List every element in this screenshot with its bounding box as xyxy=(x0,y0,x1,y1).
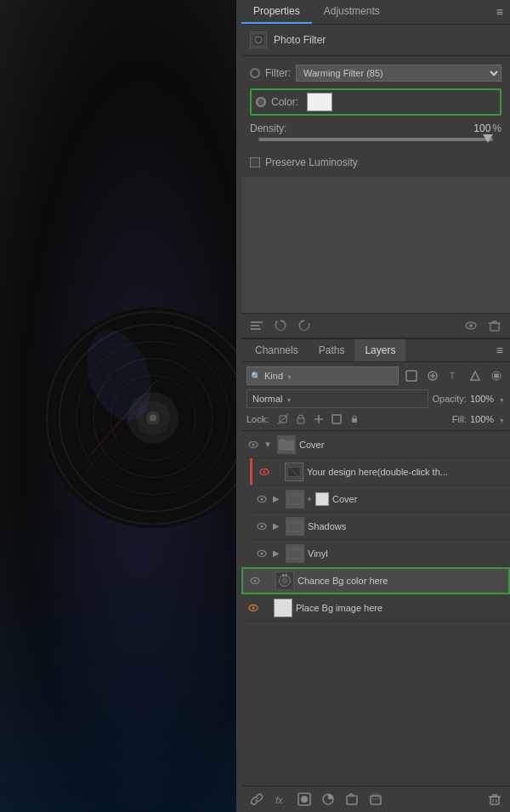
layer-row-design[interactable]: Your design here(double-click th... xyxy=(250,458,510,485)
expand-cover-group[interactable]: ▼ xyxy=(262,439,274,451)
color-swatch[interactable] xyxy=(307,93,332,111)
density-slider-track[interactable] xyxy=(258,138,493,141)
vinyl-thumb xyxy=(286,544,304,563)
layer-adjust-icon[interactable] xyxy=(424,367,441,384)
delete-layer-icon[interactable] xyxy=(486,791,503,808)
svg-rect-22 xyxy=(251,325,259,327)
svg-point-14 xyxy=(150,414,156,421)
bg-image-thumb-wrapper xyxy=(274,599,292,617)
eye-bg-color[interactable] xyxy=(246,572,264,589)
lock-position-icon[interactable] xyxy=(312,412,326,426)
properties-toolbar xyxy=(241,313,510,338)
fx-icon[interactable]: fx xyxy=(272,791,289,808)
svg-point-61 xyxy=(301,796,308,803)
eye-shadows[interactable] xyxy=(253,518,270,535)
layers-list: ▼ Cover Your design here(do xyxy=(241,431,510,786)
color-label: Color: xyxy=(271,96,298,108)
fill-value[interactable]: 100% xyxy=(470,414,494,424)
color-radio[interactable] xyxy=(256,97,266,107)
kind-search-icon: 🔍 xyxy=(251,372,261,381)
properties-tabs: Properties Adjustments ≡ xyxy=(241,0,510,25)
bg-color-thumb-wrapper xyxy=(275,571,294,590)
eye-vinyl[interactable] xyxy=(253,545,270,562)
layer-row-bg-color[interactable]: Chance Bg color here xyxy=(241,567,510,594)
filter-label: Filter: xyxy=(265,67,291,79)
blend-mode-chevron xyxy=(282,394,292,404)
layer-pixel-icon[interactable] xyxy=(403,367,420,384)
layer-row-cover-group[interactable]: ▼ Cover xyxy=(241,431,510,458)
lock-transparent-icon[interactable] xyxy=(276,412,290,426)
color-option-row[interactable]: Color: xyxy=(250,88,502,116)
expand-shadows[interactable]: ▶ xyxy=(270,520,282,532)
eye-bg-image[interactable] xyxy=(245,599,262,616)
svg-rect-63 xyxy=(347,796,357,804)
layer-name-bg-color: Chance Bg color here xyxy=(298,576,505,586)
new-group-icon[interactable] xyxy=(343,791,360,808)
folder-icon-shadows xyxy=(286,517,304,536)
history-forward-icon[interactable] xyxy=(296,317,313,334)
fill-row: Fill: 100% xyxy=(452,414,505,424)
photo-filter-header: Photo Filter xyxy=(241,25,510,56)
opacity-chevron[interactable] xyxy=(496,395,505,404)
layer-name-vinyl: Vinyl xyxy=(308,548,507,559)
density-slider-fill xyxy=(258,138,493,141)
layer-name-shadows: Shadows xyxy=(308,521,507,531)
lock-artboard-icon[interactable] xyxy=(330,412,343,426)
photo-filter-icon xyxy=(250,31,267,48)
density-slider-handle[interactable] xyxy=(483,134,493,143)
preserve-luminosity-checkbox[interactable] xyxy=(250,157,260,168)
lock-all-icon[interactable] xyxy=(348,412,361,426)
layers-tabs: Channels Paths Layers ≡ xyxy=(241,339,510,362)
layer-row-cover-linked[interactable]: ▶ Cover xyxy=(250,485,510,513)
tab-channels[interactable]: Channels xyxy=(245,339,309,361)
tab-adjustments[interactable]: Adjustments xyxy=(312,0,392,24)
svg-point-38 xyxy=(252,443,255,446)
adjustment-icon[interactable] xyxy=(320,791,337,808)
svg-point-51 xyxy=(254,580,257,582)
tab-properties[interactable]: Properties xyxy=(241,0,312,24)
folder-icon-vinyl xyxy=(286,544,304,563)
kind-dropdown[interactable]: 🔍 Kind xyxy=(246,366,399,385)
add-mask-icon[interactable] xyxy=(296,791,313,808)
layers-controls: 🔍 Kind T xyxy=(241,362,510,431)
layer-row-bg-image[interactable]: Place Bg image here xyxy=(241,594,510,622)
layer-shape-icon[interactable] xyxy=(467,367,484,384)
lock-pixels-icon[interactable] xyxy=(294,412,308,426)
expand-cover-linked[interactable]: ▶ xyxy=(270,493,282,505)
link-layers-icon[interactable] xyxy=(248,791,265,808)
layer-effect-icon[interactable] xyxy=(488,367,505,384)
design-layer-thumb-wrapper xyxy=(285,463,303,481)
filter-dropdown[interactable]: Warming Filter (85) xyxy=(296,65,502,82)
layers-menu-icon[interactable]: ≡ xyxy=(496,344,503,357)
blend-mode-dropdown[interactable]: Normal xyxy=(246,389,428,408)
canvas-image xyxy=(0,0,236,812)
history-back-icon[interactable] xyxy=(272,317,289,334)
eye-design-layer[interactable] xyxy=(256,463,273,480)
svg-rect-21 xyxy=(251,321,263,323)
delete-adjustment-icon[interactable] xyxy=(486,317,503,334)
density-unit: % xyxy=(492,122,502,134)
svg-rect-26 xyxy=(490,323,499,331)
opacity-value[interactable]: 100% xyxy=(470,394,494,404)
svg-point-47 xyxy=(261,525,264,527)
tab-paths[interactable]: Paths xyxy=(309,339,355,361)
eye-cover-linked[interactable] xyxy=(253,491,270,508)
density-slider-container xyxy=(258,138,493,141)
expand-vinyl[interactable]: ▶ xyxy=(270,548,282,559)
layer-type-icon[interactable]: T xyxy=(445,367,462,384)
filter-radio[interactable] xyxy=(250,68,260,78)
eye-cover-group[interactable] xyxy=(245,436,262,453)
tab-layers[interactable]: Layers xyxy=(354,339,405,361)
fill-chevron[interactable] xyxy=(496,415,505,424)
align-icon[interactable] xyxy=(248,317,265,334)
eye-toggle-icon[interactable] xyxy=(462,317,479,334)
panel-menu-icon[interactable]: ≡ xyxy=(496,5,503,19)
properties-empty-area xyxy=(241,177,510,313)
new-layer-icon[interactable] xyxy=(367,791,384,808)
svg-rect-36 xyxy=(352,418,357,423)
layer-row-shadows[interactable]: ▶ Shadows xyxy=(250,513,510,540)
cover-linked-thumb-wrapper xyxy=(286,490,329,508)
layer-row-vinyl[interactable]: ▶ Vinyl xyxy=(250,540,510,567)
layer-name-design: Your design here(double-click th... xyxy=(307,467,507,477)
design-layer-thumb xyxy=(285,463,303,481)
